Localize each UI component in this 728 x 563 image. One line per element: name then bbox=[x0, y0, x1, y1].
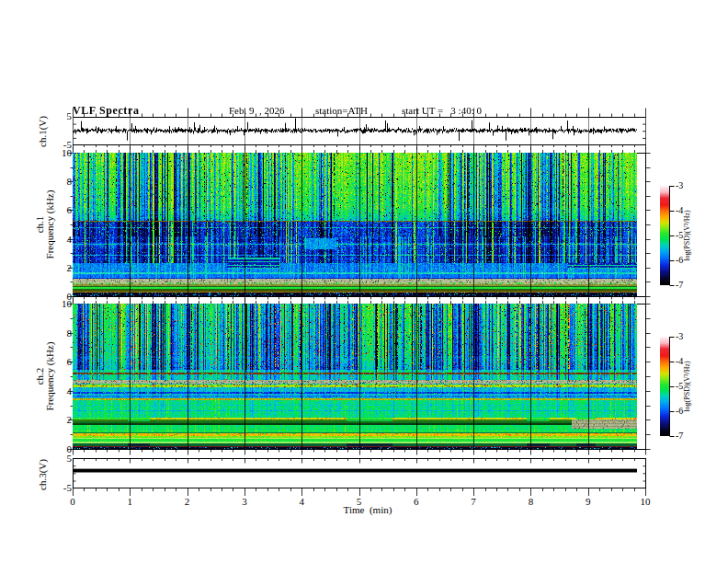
svg-text:log(PSD)(V²/Hz): log(PSD)(V²/Hz) bbox=[683, 361, 691, 412]
svg-text:Frequency (kHz): Frequency (kHz) bbox=[44, 190, 56, 259]
svg-text:Frequency (kHz): Frequency (kHz) bbox=[44, 341, 56, 410]
svg-text:ch.3(V): ch.3(V) bbox=[37, 459, 49, 490]
svg-text:ch.1(V): ch.1(V) bbox=[37, 116, 49, 147]
svg-text:log(PSD)(V²/Hz): log(PSD)(V²/Hz) bbox=[683, 210, 691, 261]
